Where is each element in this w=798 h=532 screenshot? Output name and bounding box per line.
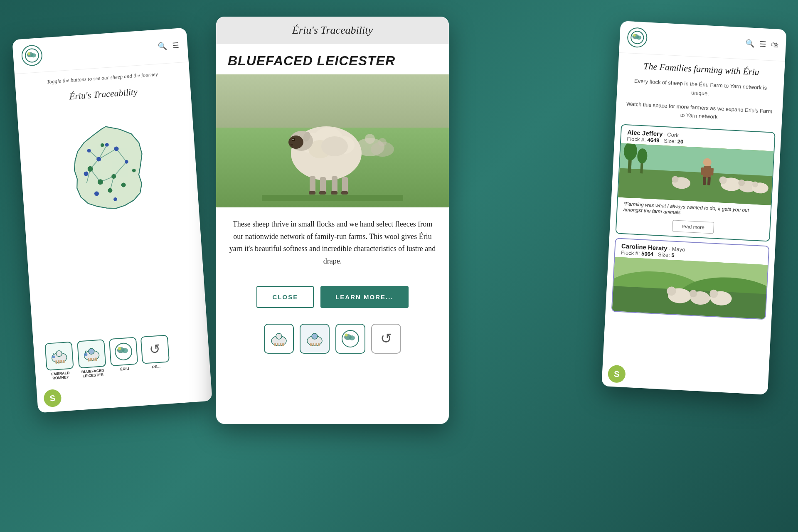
svg-rect-77 <box>282 343 284 346</box>
svg-point-58 <box>288 135 303 149</box>
svg-point-61 <box>291 144 293 145</box>
svg-rect-102 <box>703 177 706 185</box>
ireland-map <box>59 115 159 238</box>
breed-heading: BLUEFACED LEICESTER <box>216 44 449 74</box>
svg-rect-69 <box>331 191 337 195</box>
svg-point-50 <box>378 138 387 146</box>
svg-rect-39 <box>90 358 92 361</box>
shopify-badge-left: S <box>43 389 62 408</box>
learn-more-button[interactable]: LEARN MORE... <box>320 286 408 308</box>
close-button[interactable]: CLOSE <box>256 286 314 308</box>
svg-rect-76 <box>280 343 281 346</box>
breed-label-emerald: EMERALD ROMNEY <box>46 370 75 381</box>
svg-rect-63 <box>310 176 315 193</box>
breed-icon-eriu[interactable]: ÉRIU <box>109 337 139 376</box>
svg-point-48 <box>365 134 375 144</box>
logo-left <box>21 44 43 66</box>
map-area <box>17 100 201 253</box>
left-header-icons: 🔍 ☰ <box>157 41 179 52</box>
farmer-alec-image <box>618 143 773 205</box>
svg-point-86 <box>349 335 355 340</box>
farmer-caroline-image <box>612 257 768 319</box>
svg-rect-80 <box>310 343 312 346</box>
breed-label-re: RE... <box>152 365 161 369</box>
svg-rect-42 <box>84 353 87 356</box>
sheep-image-area <box>216 74 449 207</box>
search-icon[interactable]: 🔍 <box>157 42 167 51</box>
modal-title: Ériu's Traceability <box>216 17 449 44</box>
center-breed-icon-2[interactable] <box>300 324 330 354</box>
svg-point-56 <box>321 136 348 156</box>
svg-rect-71 <box>262 195 403 201</box>
modal-button-row: CLOSE LEARN MORE... <box>216 278 449 320</box>
right-header-icons: 🔍 ☰ 🛍 <box>745 39 778 49</box>
farmer-card-caroline: Caroline Heraty · Mayo Flock #: 5064 Siz… <box>611 238 770 320</box>
svg-rect-99 <box>703 166 711 178</box>
svg-rect-35 <box>52 355 55 358</box>
svg-point-73 <box>276 333 282 339</box>
svg-rect-103 <box>707 177 711 185</box>
svg-rect-101 <box>710 168 714 175</box>
svg-rect-65 <box>332 176 337 193</box>
breed-description: These sheep thrive in small flocks and w… <box>216 207 449 278</box>
shopify-badge-right: S <box>608 365 626 383</box>
svg-rect-100 <box>701 167 704 175</box>
svg-rect-66 <box>342 177 348 193</box>
svg-point-30 <box>56 350 62 357</box>
center-breed-icon-3[interactable] <box>335 324 365 354</box>
search-icon-right[interactable]: 🔍 <box>745 39 754 48</box>
breed-label-bluefaced: BLUEFACED LEICESTER <box>79 368 107 379</box>
bag-icon-right[interactable]: 🛍 <box>771 40 778 49</box>
breed-icons-left: EMERALD ROMNEY BLUEFACED LEICESTER <box>37 328 177 388</box>
svg-rect-74 <box>274 343 276 346</box>
breed-label-eriu: ÉRIU <box>120 367 129 371</box>
breed-icon-bluefaced[interactable]: BLUEFACED LEICESTER <box>76 339 107 379</box>
farmer-alec-read-more[interactable]: read more <box>672 220 714 234</box>
logo-right <box>627 27 648 48</box>
svg-point-37 <box>88 348 94 355</box>
svg-rect-33 <box>60 360 62 363</box>
right-card-farmers: 🔍 ☰ 🛍 The Families farming with Ériu Eve… <box>601 21 787 395</box>
center-bottom-breeds: ↺ <box>216 320 449 424</box>
menu-icon-right[interactable]: ☰ <box>759 39 766 49</box>
menu-icon[interactable]: ☰ <box>172 41 179 50</box>
refresh-button-center[interactable]: ↺ <box>371 324 401 354</box>
svg-rect-83 <box>318 343 320 346</box>
center-breed-icon-1[interactable] <box>264 324 294 354</box>
svg-point-87 <box>345 333 348 336</box>
svg-rect-41 <box>95 357 97 361</box>
breed-icon-refresh[interactable]: ↺ RE... <box>140 335 170 374</box>
svg-rect-40 <box>93 358 95 361</box>
left-card-traceability: 🔍 ☰ Toggle the buttons to see our sheep … <box>12 27 212 413</box>
svg-rect-32 <box>58 360 60 364</box>
svg-rect-64 <box>320 177 326 193</box>
svg-rect-67 <box>309 191 315 195</box>
svg-point-60 <box>293 139 294 140</box>
svg-rect-38 <box>88 358 90 362</box>
center-card-modal: Ériu's Traceability BLUEFACED LEICESTER <box>216 17 449 424</box>
breed-icon-emerald[interactable]: EMERALD ROMNEY <box>44 341 75 381</box>
svg-rect-82 <box>315 343 317 346</box>
svg-rect-70 <box>341 191 348 195</box>
svg-rect-75 <box>277 343 278 346</box>
svg-rect-34 <box>63 360 65 363</box>
svg-point-79 <box>312 333 318 339</box>
svg-rect-81 <box>313 343 314 346</box>
svg-rect-31 <box>55 360 57 364</box>
farmer-card-alec: Alec Jeffery · Cork Flock #: 4649 Size: … <box>615 124 775 242</box>
svg-rect-68 <box>319 191 326 195</box>
sheep-illustration <box>262 81 403 201</box>
